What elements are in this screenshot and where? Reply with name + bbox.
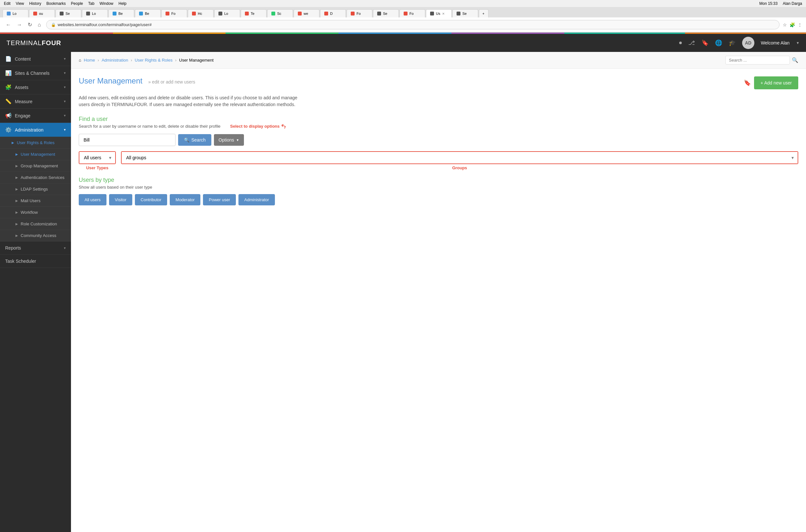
browser-tab[interactable]: Fo xyxy=(161,10,187,17)
avatar[interactable]: AD xyxy=(742,37,754,49)
reports-chevron: ▾ xyxy=(64,246,66,250)
menu-edit[interactable]: Edit xyxy=(4,1,11,6)
app-header: TERMINALFOUR ⎇ 🔖 🌐 🎓 AD Welcome Alan ▼ xyxy=(0,34,806,52)
user-types-container: All users Visitor Contributor Moderator … xyxy=(79,151,116,170)
breadcrumb-home[interactable]: Home xyxy=(84,58,95,62)
breadcrumb-search-input[interactable] xyxy=(725,56,790,64)
menu-view[interactable]: View xyxy=(16,1,24,6)
sidebar-item-user-rights[interactable]: ▶ User Rights & Roles xyxy=(0,137,71,149)
home-button[interactable]: ⌂ xyxy=(36,21,43,28)
bookmark-button[interactable]: ☆ xyxy=(783,22,787,27)
user-type-btn-power[interactable]: Power user xyxy=(203,194,236,205)
sites-icon: 📊 xyxy=(5,70,12,76)
assets-icon: 🧩 xyxy=(5,84,12,90)
bookmark-header-icon[interactable]: 🔖 xyxy=(701,39,709,46)
search-input[interactable] xyxy=(79,134,176,146)
browser-tab[interactable]: Sc xyxy=(267,10,293,17)
browser-tab[interactable]: Be xyxy=(108,10,134,17)
sidebar-item-group-management[interactable]: ▶ Group Management xyxy=(0,160,71,172)
graduation-icon[interactable]: 🎓 xyxy=(729,39,736,46)
browser-tab[interactable]: Be xyxy=(135,10,161,17)
browser-tab[interactable]: Se xyxy=(452,10,478,17)
user-type-btn-visitor[interactable]: Visitor xyxy=(109,194,132,205)
browser-tab[interactable]: Te xyxy=(241,10,267,17)
options-btn-label: Options xyxy=(218,137,234,142)
content-area: ⌂ Home › Administration › User Rights & … xyxy=(71,52,806,532)
user-type-btn-all[interactable]: All users xyxy=(79,194,107,205)
user-type-btn-contributor[interactable]: Contributor xyxy=(135,194,167,205)
address-input-container[interactable]: 🔒 websites.terminalfour.com/terminalfour… xyxy=(46,20,780,29)
sites-chevron: ▾ xyxy=(64,71,66,75)
sidebar-item-mail-users[interactable]: ▶ Mail Users xyxy=(0,195,71,207)
user-type-btn-administrator[interactable]: Administrator xyxy=(238,194,275,205)
back-button[interactable]: ← xyxy=(4,21,13,28)
app-logo: TERMINALFOUR xyxy=(6,39,679,47)
sidebar-item-assets[interactable]: 🧩 Assets ▾ xyxy=(0,80,71,94)
sidebar-item-workflow[interactable]: ▶ Workflow xyxy=(0,207,71,218)
filter-row: All users Visitor Contributor Moderator … xyxy=(79,151,798,170)
browser-tab[interactable]: Lo xyxy=(214,10,240,17)
browser-actions: ☆ 🧩 ⋮ xyxy=(783,22,802,27)
browser-tab[interactable]: we xyxy=(294,10,319,17)
groups-select[interactable]: All groups xyxy=(122,152,798,164)
menu-button[interactable]: ⋮ xyxy=(798,22,802,27)
sitemap-icon[interactable]: ⎇ xyxy=(688,39,695,46)
user-mgmt-arrow: ▶ xyxy=(16,152,18,156)
forward-button[interactable]: → xyxy=(15,21,24,28)
sidebar-item-user-management[interactable]: ▶ User Management xyxy=(0,149,71,160)
user-type-btn-moderator[interactable]: Moderator xyxy=(170,194,200,205)
sidebar-item-community-access[interactable]: ▶ Community Access xyxy=(0,230,71,242)
refresh-button[interactable]: ↻ xyxy=(26,21,34,28)
menu-tab[interactable]: Tab xyxy=(88,1,94,6)
sidebar-label-ldap: LDAP Settings xyxy=(21,187,48,191)
admin-chevron: ▾ xyxy=(64,128,66,132)
menu-window[interactable]: Window xyxy=(100,1,114,6)
menu-history[interactable]: History xyxy=(29,1,41,6)
sidebar-item-content[interactable]: 📄 Content ▾ xyxy=(0,52,71,66)
sidebar-item-auth-services[interactable]: ▶ Authentication Services xyxy=(0,172,71,184)
browser-tab[interactable]: Fo xyxy=(400,10,425,17)
admin-icon: ⚙️ xyxy=(5,127,12,133)
browser-tab[interactable]: Lo xyxy=(3,10,29,17)
options-button[interactable]: Options ▼ xyxy=(214,134,244,146)
browser-tab[interactable]: D xyxy=(320,10,346,17)
extensions-button[interactable]: 🧩 xyxy=(790,22,795,27)
sidebar-item-task-scheduler[interactable]: Task Scheduler xyxy=(0,255,71,268)
sidebar-item-ldap[interactable]: ▶ LDAP Settings xyxy=(0,184,71,195)
options-dropdown-arrow: ▼ xyxy=(236,138,239,142)
menu-people[interactable]: People xyxy=(71,1,83,6)
sidebar-label-sites: Sites & Channels xyxy=(15,71,49,76)
sidebar-item-role-customization[interactable]: ▶ Role Customization xyxy=(0,218,71,230)
sidebar-label-user-management: User Management xyxy=(21,152,55,157)
breadcrumb-admin[interactable]: Administration xyxy=(102,58,128,62)
sidebar-item-engage[interactable]: 📢 Engage ▾ xyxy=(0,109,71,123)
bookmark-page-icon[interactable]: 🔖 xyxy=(744,79,751,87)
new-tab-button[interactable]: + xyxy=(479,10,489,17)
breadcrumb-search-button[interactable]: 🔍 xyxy=(792,57,798,63)
add-user-button[interactable]: + Add new user xyxy=(754,76,798,89)
sidebar-item-administration[interactable]: ⚙️ Administration ▾ xyxy=(0,123,71,137)
sidebar-item-measure[interactable]: 📏 Measure ▾ xyxy=(0,94,71,109)
breadcrumb-roles[interactable]: User Rights & Roles xyxy=(135,58,172,62)
browser-tab[interactable]: Lo xyxy=(82,10,108,17)
browser-tab[interactable]: Fo xyxy=(347,10,372,17)
sidebar-item-sites[interactable]: 📊 Sites & Channels ▾ xyxy=(0,66,71,80)
browser-tab[interactable]: Se xyxy=(373,10,399,17)
options-container: Options ▼ Select to display options ↵ xyxy=(214,134,244,146)
menu-help[interactable]: Help xyxy=(118,1,127,6)
menu-bookmarks[interactable]: Bookmarks xyxy=(47,1,66,6)
search-button[interactable]: 🔍 Search xyxy=(178,134,211,146)
search-row: 🔍 Search Options ▼ Select to display opt… xyxy=(79,134,798,146)
sidebar-item-reports[interactable]: Reports ▾ xyxy=(0,242,71,255)
browser-tab[interactable]: Se xyxy=(55,10,81,17)
browser-tab-active[interactable]: Us✕ xyxy=(426,10,452,17)
annotation: Select to display options ↵ xyxy=(230,122,287,130)
welcome-chevron[interactable]: ▼ xyxy=(796,41,800,45)
user-rights-arrow: ▶ xyxy=(12,141,14,145)
users-by-type-title: Users by type xyxy=(79,177,798,184)
globe-icon[interactable]: 🌐 xyxy=(715,39,722,46)
browser-tab[interactable]: Hc xyxy=(188,10,214,17)
user-types-select[interactable]: All users Visitor Contributor Moderator … xyxy=(79,152,115,164)
browser-tab[interactable]: ou xyxy=(29,10,55,17)
engage-chevron: ▾ xyxy=(64,114,66,118)
